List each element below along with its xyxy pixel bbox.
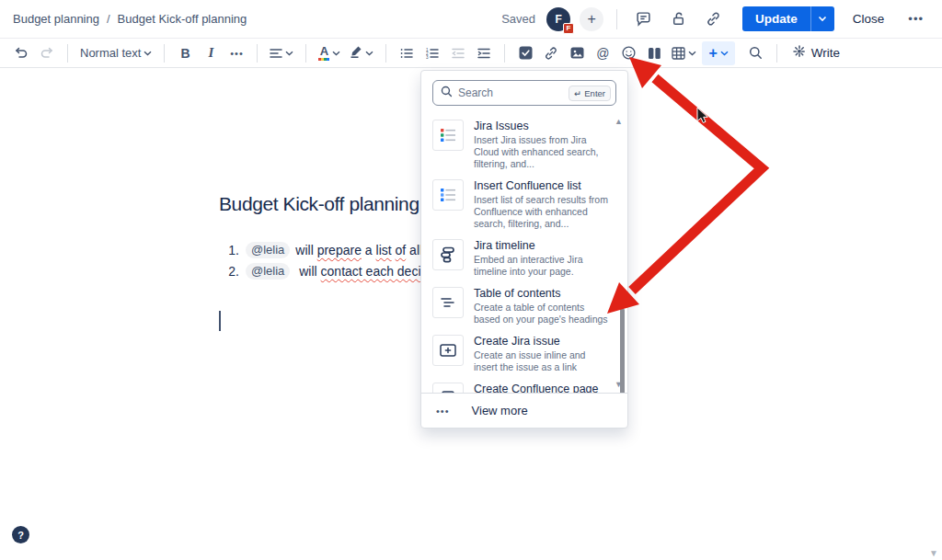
top-bar-actions: Saved F F + bbox=[501, 6, 929, 32]
text-color-icon: A bbox=[318, 45, 329, 61]
update-button[interactable]: Update bbox=[742, 6, 810, 31]
divider bbox=[504, 44, 505, 63]
plus-icon: + bbox=[708, 46, 717, 61]
mention-button[interactable]: @ bbox=[591, 41, 615, 65]
menu-item-title: Create Jira issue bbox=[474, 335, 609, 349]
search-icon bbox=[441, 85, 453, 101]
menu-item-create-confluence-page[interactable]: Create Confluence page Create a new page… bbox=[421, 378, 627, 393]
divider bbox=[67, 44, 68, 63]
plus-icon: + bbox=[587, 11, 595, 28]
bullet-list-button[interactable] bbox=[395, 41, 419, 65]
breadcrumb-space[interactable]: Budget planning bbox=[13, 12, 99, 26]
text-style-dropdown[interactable]: Normal text bbox=[76, 41, 155, 65]
breadcrumb-separator: / bbox=[107, 12, 110, 26]
create-jira-issue-icon bbox=[432, 335, 464, 366]
menu-item-insert-confluence-list[interactable]: Insert Confluence list Insert list of se… bbox=[421, 175, 627, 234]
insert-dropdown-button[interactable]: + bbox=[702, 41, 734, 65]
divider bbox=[776, 44, 777, 63]
add-collaborator-button[interactable]: + bbox=[580, 7, 603, 31]
menu-item-jira-issues[interactable]: Jira Issues Insert Jira issues from Jira… bbox=[421, 115, 627, 175]
help-button[interactable]: ? bbox=[12, 526, 29, 543]
enter-hint-label: Enter bbox=[584, 88, 605, 98]
italic-button[interactable]: I bbox=[199, 41, 223, 65]
image-button[interactable] bbox=[565, 41, 589, 65]
breadcrumb-page[interactable]: Budget Kick-off planning bbox=[118, 12, 247, 26]
layouts-button[interactable] bbox=[642, 41, 666, 65]
list-number: 1. bbox=[221, 243, 239, 257]
table-of-contents-icon bbox=[432, 287, 464, 318]
menu-item-list: ▲ Jira Issues Insert Jira issues from Ji… bbox=[421, 111, 627, 393]
confluence-list-icon bbox=[432, 179, 464, 211]
question-mark-icon: ? bbox=[17, 530, 24, 541]
chevron-down-icon bbox=[720, 51, 729, 56]
update-split-button: Update bbox=[742, 6, 834, 31]
text-formatting-overflow-button[interactable]: ••• bbox=[224, 41, 248, 65]
view-more-button[interactable]: ••• View more bbox=[421, 393, 627, 428]
table-dropdown[interactable] bbox=[668, 41, 700, 65]
menu-item-table-of-contents[interactable]: Table of contents Create a table of cont… bbox=[421, 282, 627, 330]
scroll-up-icon[interactable]: ▲ bbox=[615, 117, 623, 126]
unlock-icon[interactable] bbox=[665, 6, 691, 32]
chevron-down-icon bbox=[688, 51, 696, 56]
menu-item-description: Insert list of search results from Confl… bbox=[474, 194, 609, 230]
jira-timeline-icon bbox=[432, 239, 464, 270]
menu-item-description: Insert Jira issues from Jira Cloud with … bbox=[474, 134, 609, 170]
update-options-chevron[interactable] bbox=[810, 6, 834, 31]
insert-element-menu: ↵ Enter ▲ Jira Issues Insert Jira issues… bbox=[420, 70, 628, 429]
undo-button[interactable] bbox=[9, 41, 33, 65]
menu-item-description: Create an issue inline and insert the is… bbox=[474, 349, 609, 373]
avatar-initial: F bbox=[555, 13, 561, 26]
list-text: will bbox=[295, 243, 316, 257]
menu-search-box[interactable]: ↵ Enter bbox=[432, 80, 616, 106]
divider bbox=[385, 44, 386, 63]
list-text: will bbox=[295, 264, 320, 279]
ai-write-button[interactable]: Write bbox=[786, 45, 847, 61]
italic-icon: I bbox=[209, 45, 214, 61]
alignment-dropdown[interactable] bbox=[266, 41, 297, 65]
divider bbox=[257, 44, 258, 63]
highlighter-icon bbox=[350, 45, 362, 61]
chevron-down-icon bbox=[332, 51, 340, 56]
find-replace-button[interactable] bbox=[744, 41, 768, 65]
text-color-dropdown[interactable]: A bbox=[315, 41, 344, 65]
confluence-editor-window: Budget planning / Budget Kick-off planni… bbox=[0, 0, 942, 560]
menu-item-description: Create a table of contents based on your… bbox=[474, 302, 609, 326]
ai-sparkle-icon bbox=[793, 45, 806, 61]
outdent-button[interactable] bbox=[446, 41, 470, 65]
indent-button[interactable] bbox=[472, 41, 496, 65]
comment-icon[interactable] bbox=[630, 6, 656, 32]
chevron-down-icon bbox=[285, 51, 293, 56]
ordered-list-button[interactable]: 1 2 3 bbox=[420, 41, 444, 65]
chevron-down-icon bbox=[365, 51, 373, 56]
jira-issues-icon bbox=[432, 120, 464, 151]
link-button[interactable] bbox=[539, 41, 563, 65]
menu-item-create-jira-issue[interactable]: Create Jira issue Create an issue inline… bbox=[421, 330, 627, 378]
menu-scrollbar-thumb[interactable] bbox=[620, 308, 625, 393]
bold-icon: B bbox=[180, 46, 190, 61]
page-scroll-down-icon[interactable]: ▼ bbox=[929, 548, 938, 558]
menu-item-title: Jira Issues bbox=[474, 120, 609, 133]
close-button[interactable]: Close bbox=[844, 6, 894, 31]
mention-lelia[interactable]: @lelia bbox=[246, 263, 290, 280]
list-text: a bbox=[362, 243, 376, 257]
emoji-button[interactable] bbox=[616, 41, 640, 65]
copy-link-icon[interactable] bbox=[700, 6, 726, 32]
breadcrumb: Budget planning / Budget Kick-off planni… bbox=[13, 12, 247, 26]
divider bbox=[616, 9, 617, 29]
mention-lelia[interactable]: @lelia bbox=[246, 242, 290, 258]
editor-toolbar: Normal text B I ••• A bbox=[0, 39, 942, 68]
action-item-button[interactable] bbox=[513, 41, 537, 65]
enter-key-hint: ↵ Enter bbox=[569, 86, 611, 101]
return-icon: ↵ bbox=[574, 88, 581, 98]
search-input[interactable] bbox=[458, 86, 563, 99]
page-title[interactable]: Budget Kick-off planning bbox=[219, 193, 419, 215]
menu-item-title: Table of contents bbox=[474, 287, 609, 301]
highlight-color-dropdown[interactable] bbox=[346, 41, 377, 65]
redo-button[interactable] bbox=[35, 41, 59, 65]
menu-item-jira-timeline[interactable]: Jira timeline Embed an interactive Jira … bbox=[421, 234, 627, 282]
list-text-misspelled: of bbox=[396, 243, 407, 257]
more-menu-button[interactable]: ••• bbox=[902, 8, 929, 29]
bold-button[interactable]: B bbox=[173, 41, 197, 65]
svg-text:3: 3 bbox=[426, 54, 429, 58]
avatar[interactable]: F F bbox=[546, 7, 570, 31]
